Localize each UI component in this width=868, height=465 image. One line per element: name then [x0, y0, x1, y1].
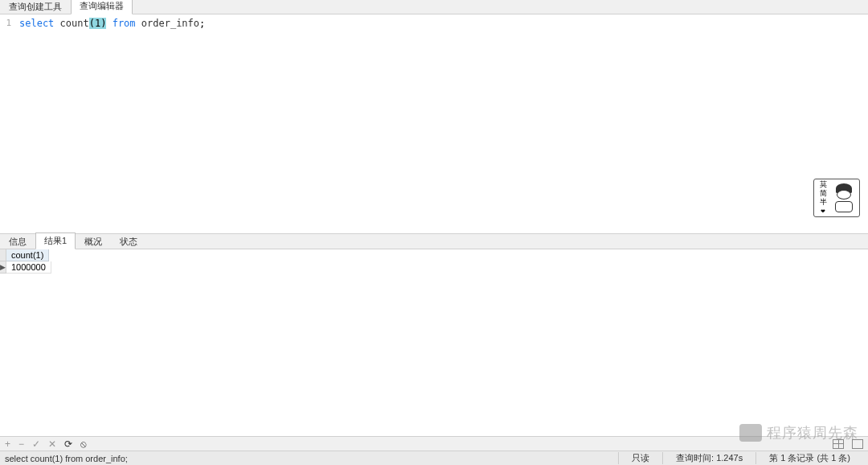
function-count: count — [60, 18, 89, 29]
tab-info[interactable]: 信息 — [0, 233, 35, 249]
result-tabs: 信息 结果1 概况 状态 — [0, 233, 868, 249]
line-number: 1 — [0, 18, 11, 28]
sticker-text-3: 半 — [816, 198, 830, 207]
status-readonly: 只读 — [618, 452, 662, 464]
column-header[interactable]: count(1) — [6, 249, 49, 261]
sticker-text-2: 简 — [816, 189, 830, 198]
tab-result1[interactable]: 结果1 — [35, 232, 76, 249]
editor-gutter: 1 — [0, 14, 16, 233]
grid-corner — [0, 249, 6, 261]
view-grid-icon[interactable] — [833, 439, 844, 449]
status-records: 第 1 条记录 (共 1 条) — [755, 452, 863, 464]
stop-button[interactable]: ⦸ — [80, 439, 87, 449]
keyword-select: select — [19, 18, 54, 29]
status-time: 查询时间: 1.247s — [662, 452, 755, 464]
sticker-figure — [830, 183, 858, 212]
view-form-icon[interactable] — [852, 439, 863, 449]
row-indicator: ▶ — [0, 261, 6, 274]
sticker: 莫 简 半 ❤ — [813, 179, 860, 217]
status-query-text: select count(1) from order_info; — [5, 454, 618, 463]
table-name: order_info — [141, 18, 199, 29]
remove-row-button[interactable]: − — [18, 439, 24, 449]
refresh-button[interactable]: ⟳ — [64, 439, 72, 449]
result-grid[interactable]: count(1) ▶ 1000000 — [0, 249, 868, 436]
sticker-heart: ❤ — [816, 207, 830, 216]
paren-open: ( — [89, 18, 95, 29]
cell-value[interactable]: 1000000 — [6, 261, 51, 274]
code-content[interactable]: select count(1) from order_info; — [16, 14, 868, 233]
cancel-button[interactable]: ✕ — [48, 439, 56, 449]
keyword-from: from — [113, 18, 136, 29]
apply-button[interactable]: ✓ — [32, 439, 40, 449]
tab-status[interactable]: 状态 — [111, 233, 146, 249]
tab-query-editor[interactable]: 查询编辑器 — [71, 0, 133, 14]
status-bar: select count(1) from order_info; 只读 查询时间… — [0, 451, 868, 465]
sql-editor[interactable]: 1 select count(1) from order_info; 莫 简 半… — [0, 14, 868, 233]
terminator: ; — [199, 18, 205, 29]
grid-header-row: count(1) — [0, 249, 868, 261]
add-row-button[interactable]: + — [5, 439, 10, 449]
table-row[interactable]: ▶ 1000000 — [0, 261, 868, 274]
editor-tabs: 查询创建工具 查询编辑器 — [0, 0, 868, 14]
result-toolbar: + − ✓ ✕ ⟳ ⦸ — [0, 436, 868, 451]
tab-query-builder[interactable]: 查询创建工具 — [0, 0, 71, 14]
paren-close: ) — [100, 18, 106, 29]
sticker-text-1: 莫 — [816, 180, 830, 189]
tab-summary[interactable]: 概况 — [76, 233, 111, 249]
